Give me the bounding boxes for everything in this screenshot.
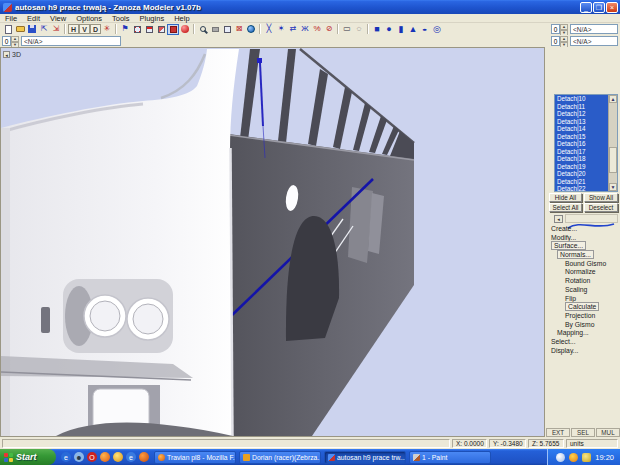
list-item[interactable]: Detach|15 [555, 133, 608, 141]
material-sphere-icon[interactable] [179, 24, 191, 35]
eraser-icon[interactable] [209, 24, 221, 35]
cmd-select[interactable]: Select... [549, 338, 619, 347]
select-faces-icon[interactable] [155, 24, 167, 35]
scroll-thumb[interactable] [609, 147, 617, 173]
ie-icon[interactable]: e [61, 452, 71, 462]
list-item[interactable]: Detach|21 [555, 178, 608, 186]
list-item[interactable]: Detach|18 [555, 155, 608, 163]
menu-view[interactable]: View [45, 14, 71, 23]
cmd-scaling[interactable]: Scaling [549, 286, 619, 295]
list-item[interactable]: Detach|12 [555, 110, 608, 118]
combo-bottom-right[interactable]: <N/A> [570, 36, 618, 46]
list-item[interactable]: Detach|22 [555, 185, 608, 191]
list-scrollbar[interactable]: ▲ ▼ [608, 95, 617, 191]
combo-left[interactable]: <N/A> [21, 36, 121, 46]
new-icon[interactable] [2, 24, 14, 35]
cmd-by-gismo[interactable]: By Gismo [549, 321, 619, 330]
cmd-create[interactable]: Create... [549, 225, 619, 234]
tray-icon-1[interactable] [556, 453, 565, 462]
show-all-button[interactable]: Show All [584, 193, 618, 202]
minimize-button[interactable]: _ [580, 2, 592, 13]
list-item[interactable]: Detach|14 [555, 125, 608, 133]
d-view-button[interactable]: D [90, 24, 101, 34]
list-item[interactable]: Detach|20 [555, 170, 608, 178]
tray-icon-3[interactable] [582, 453, 591, 462]
tray-gadu-gadu-icon[interactable] [569, 453, 578, 462]
filter-icon[interactable] [101, 24, 113, 35]
scroll-up-icon[interactable]: ▲ [609, 95, 617, 103]
cmd-normals[interactable]: Normals... [549, 251, 619, 260]
menu-help[interactable]: Help [169, 14, 194, 23]
prim-ellipsoid-icon[interactable] [419, 24, 431, 35]
open-icon[interactable] [14, 24, 26, 35]
viewport-menu-button[interactable]: ◂ [3, 51, 10, 58]
texture-globe-icon[interactable] [245, 24, 257, 35]
mirror-icon[interactable] [287, 24, 299, 35]
hide-all-button[interactable]: Hide All [549, 193, 582, 202]
gadu-gadu-icon[interactable] [113, 452, 123, 462]
select-all-button[interactable]: Select All [549, 203, 582, 212]
ext-mode-button[interactable]: EXT [546, 428, 570, 437]
list-item[interactable]: Detach|11 [555, 103, 608, 111]
messenger-icon[interactable]: ☻ [74, 452, 84, 462]
cube-outline-icon[interactable] [221, 24, 233, 35]
prim-cone-icon[interactable] [407, 24, 419, 35]
prim-cylinder-icon[interactable] [395, 24, 407, 35]
h-view-button[interactable]: H [68, 24, 79, 34]
percent-icon[interactable] [311, 24, 323, 35]
list-item[interactable]: Detach|10 [555, 95, 608, 103]
cut-icon[interactable] [263, 24, 275, 35]
objects-list[interactable]: Detach|10 Detach|11 Detach|12 Detach|13 … [554, 94, 618, 192]
close-button[interactable]: × [606, 2, 618, 13]
mul-mode-button[interactable]: MUL [596, 428, 620, 437]
ie-2-icon[interactable]: e [126, 452, 136, 462]
export-icon[interactable] [50, 24, 62, 35]
cmd-display[interactable]: Display... [549, 347, 619, 356]
combo-top-right[interactable]: <N/A> [570, 24, 618, 34]
spinner-left[interactable]: 0 ▲▼ [2, 36, 19, 46]
v-view-button[interactable]: V [79, 24, 90, 34]
menu-options[interactable]: Options [71, 14, 107, 23]
firefox-icon[interactable] [100, 452, 110, 462]
task-paint[interactable]: 1 - Paint [409, 451, 491, 464]
prohibit-icon[interactable] [323, 24, 335, 35]
list-item[interactable]: Detach|17 [555, 148, 608, 156]
menu-tools[interactable]: Tools [107, 14, 135, 23]
zoom-icon[interactable] [197, 24, 209, 35]
list-item[interactable]: Detach|19 [555, 163, 608, 171]
delete-cube-icon[interactable] [233, 24, 245, 35]
list-item[interactable]: Detach|16 [555, 140, 608, 148]
flag-icon[interactable] [119, 24, 131, 35]
cmd-rotation[interactable]: Rotation [549, 277, 619, 286]
cmd-projection[interactable]: Projection [549, 312, 619, 321]
viewport-3d[interactable]: ◂ 3D [0, 47, 545, 437]
cmd-calculate[interactable]: Calculate [549, 303, 619, 312]
spinner-bottom-right[interactable]: 0 ▲▼ [551, 36, 568, 46]
import-icon[interactable] [38, 24, 50, 35]
menu-plugins[interactable]: Plugins [135, 14, 170, 23]
prim-sphere-icon[interactable] [383, 24, 395, 35]
task-travian[interactable]: Travian pl8 - Mozilla F... [154, 451, 236, 464]
select-vertices-icon[interactable] [131, 24, 143, 35]
deselect-button[interactable]: Deselect [584, 203, 618, 212]
firefox-2-icon[interactable] [139, 452, 149, 462]
rect-select-icon[interactable] [341, 24, 353, 35]
cmd-normalize[interactable]: Normalize [549, 268, 619, 277]
scroll-down-icon[interactable]: ▼ [609, 183, 617, 191]
sel-mode-button[interactable]: SEL [571, 428, 595, 437]
select-edges-icon[interactable] [143, 24, 155, 35]
menu-edit[interactable]: Edit [22, 14, 45, 23]
opera-icon[interactable]: O [87, 452, 97, 462]
restore-button[interactable]: ❐ [593, 2, 605, 13]
start-button[interactable]: Start [0, 449, 56, 465]
menu-file[interactable]: File [0, 14, 22, 23]
select-objects-icon[interactable] [167, 24, 179, 35]
bones-icon[interactable] [299, 24, 311, 35]
cmd-mapping[interactable]: Mapping... [549, 329, 619, 338]
cmd-bound-gismo[interactable]: Bound Gismo [549, 260, 619, 269]
spinner-top-right[interactable]: 0 ▲▼ [551, 24, 568, 34]
spline-preview-icon[interactable] [565, 214, 618, 223]
task-dorian[interactable]: Dorian (racer)(Zebrza... [239, 451, 321, 464]
task-zmodeler[interactable]: autosan h9 prace trw... [324, 451, 406, 464]
list-item[interactable]: Detach|13 [555, 118, 608, 126]
